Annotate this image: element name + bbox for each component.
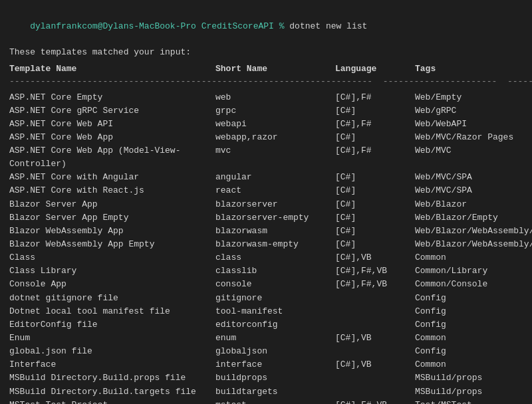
- row-name: Blazor Server App: [9, 198, 215, 211]
- row-name: global.json file: [9, 345, 215, 358]
- row-name: EditorConfig file: [9, 318, 215, 332]
- table-row: MSBuild Directory.Build.props file build…: [9, 371, 523, 385]
- table-row: ASP.NET Core Web App webapp,razor [C#] W…: [9, 131, 523, 144]
- row-language: [C#],F#,VB: [335, 264, 415, 278]
- row-short: webapi: [215, 118, 335, 131]
- row-short: blazorserver: [215, 198, 335, 211]
- row-language: [335, 345, 415, 358]
- row-language: [C#],VB: [335, 332, 415, 345]
- row-short: interface: [215, 358, 335, 371]
- table-row: EditorConfig file editorconfig Config: [9, 318, 523, 332]
- row-language: [C#]: [335, 131, 415, 144]
- row-language: [C#]: [335, 171, 415, 184]
- row-tags: Web/gRPC: [415, 104, 523, 118]
- row-tags: Common: [415, 358, 523, 371]
- row-language: [335, 305, 415, 318]
- row-short: grpc: [215, 104, 335, 118]
- table-row: Class Library classlib [C#],F#,VB Common…: [9, 264, 523, 278]
- row-short: blazorserver-empty: [215, 211, 335, 225]
- row-short: buildtargets: [215, 385, 335, 399]
- row-language: [335, 385, 415, 399]
- row-language: [C#]: [335, 225, 415, 238]
- table-rows: ASP.NET Core Empty web [C#],F# Web/Empty…: [9, 91, 523, 405]
- row-short: classlib: [215, 264, 335, 278]
- row-tags: Web/MVC: [415, 144, 523, 171]
- header-text: These templates matched your input:: [9, 46, 523, 59]
- table-row: ASP.NET Core Web API webapi [C#],F# Web/…: [9, 118, 523, 131]
- row-tags: Config: [415, 292, 523, 305]
- row-short: gitignore: [215, 292, 335, 305]
- table-row: ASP.NET Core with Angular angular [C#] W…: [9, 171, 523, 184]
- table-row: Interface interface [C#],VB Common: [9, 358, 523, 371]
- row-name: Dotnet local tool manifest file: [9, 305, 215, 318]
- template-table: Template Name Short Name Language Tags -…: [9, 64, 523, 404]
- table-row: MSTest Test Project mstest [C#],F#,VB Te…: [9, 399, 523, 404]
- table-row: Blazor WebAssembly App blazorwasm [C#] W…: [9, 225, 523, 238]
- row-name: ASP.NET Core Web API: [9, 118, 215, 131]
- row-short: tool-manifest: [215, 305, 335, 318]
- row-short: web: [215, 91, 335, 104]
- prompt: dylanfrankcom@Dylans-MacBook-Pro CreditS…: [30, 21, 289, 31]
- row-language: [C#],VB: [335, 358, 415, 371]
- row-tags: Web/MVC/SPA: [415, 184, 523, 197]
- row-language: [C#]: [335, 104, 415, 118]
- row-name: ASP.NET Core with Angular: [9, 171, 215, 184]
- row-language: [335, 318, 415, 332]
- table-row: Console App console [C#],F#,VB Common/Co…: [9, 278, 523, 291]
- row-name: ASP.NET Core Empty: [9, 91, 215, 104]
- row-tags: Common/Library: [415, 264, 523, 278]
- row-language: [335, 292, 415, 305]
- row-tags: Test/MSTest: [415, 399, 523, 404]
- table-row: Enum enum [C#],VB Common: [9, 332, 523, 345]
- row-language: [C#]: [335, 238, 415, 251]
- table-row: ASP.NET Core Web App (Model-View-Control…: [9, 144, 523, 171]
- row-name: ASP.NET Core Web App: [9, 131, 215, 144]
- row-short: mvc: [215, 144, 335, 171]
- row-tags: Web/MVC/Razor Pages: [415, 131, 523, 144]
- row-tags: Config: [415, 345, 523, 358]
- row-name: MSBuild Directory.Build.targets file: [9, 385, 215, 399]
- row-name: Blazor WebAssembly App: [9, 225, 215, 238]
- row-language: [C#],F#: [335, 144, 415, 171]
- row-short: enum: [215, 332, 335, 345]
- row-language: [C#],F#,VB: [335, 278, 415, 291]
- table-row: ASP.NET Core with React.js react [C#] We…: [9, 184, 523, 197]
- prompt-line: dylanfrankcom@Dylans-MacBook-Pro CreditS…: [9, 7, 523, 46]
- row-tags: Web/Blazor/WebAssembly/PWA/Empty: [415, 238, 532, 251]
- row-short: mstest: [215, 399, 335, 404]
- row-short: react: [215, 184, 335, 197]
- table-header: Template Name Short Name Language Tags: [9, 64, 523, 74]
- row-tags: Web/Blazor: [415, 198, 523, 211]
- row-tags: Web/Empty: [415, 91, 523, 104]
- row-tags: Config: [415, 318, 523, 332]
- table-row: ASP.NET Core gRPC Service grpc [C#] Web/…: [9, 104, 523, 118]
- table-row: Class class [C#],VB Common: [9, 251, 523, 264]
- col-header-short: Short Name: [215, 64, 335, 74]
- row-language: [C#],F#: [335, 91, 415, 104]
- row-tags: MSBuild/props: [415, 385, 523, 399]
- command: dotnet new list: [289, 21, 367, 31]
- row-language: [C#],VB: [335, 251, 415, 264]
- row-tags: Common: [415, 332, 523, 345]
- row-short: class: [215, 251, 335, 264]
- row-language: [335, 371, 415, 385]
- row-name: MSTest Test Project: [9, 399, 215, 404]
- row-tags: Common: [415, 251, 523, 264]
- row-name: Blazor Server App Empty: [9, 211, 215, 225]
- row-tags: Common/Console: [415, 278, 523, 291]
- row-name: Interface: [9, 358, 215, 371]
- row-tags: Web/WebAPI: [415, 118, 523, 131]
- row-short: angular: [215, 171, 335, 184]
- row-language: [C#],F#: [335, 118, 415, 131]
- table-row: dotnet gitignore file gitignore Config: [9, 292, 523, 305]
- terminal-window: dylanfrankcom@Dylans-MacBook-Pro CreditS…: [9, 7, 523, 404]
- row-name: Class Library: [9, 264, 215, 278]
- row-name: ASP.NET Core Web App (Model-View-Control…: [9, 144, 215, 171]
- table-row: ASP.NET Core Empty web [C#],F# Web/Empty: [9, 91, 523, 104]
- table-row: Blazor WebAssembly App Empty blazorwasm-…: [9, 238, 523, 251]
- row-tags: MSBuild/props: [415, 371, 523, 385]
- row-tags: Web/Blazor/WebAssembly/PWA: [415, 225, 532, 238]
- row-short: editorconfig: [215, 318, 335, 332]
- row-name: Enum: [9, 332, 215, 345]
- row-language: [C#]: [335, 184, 415, 197]
